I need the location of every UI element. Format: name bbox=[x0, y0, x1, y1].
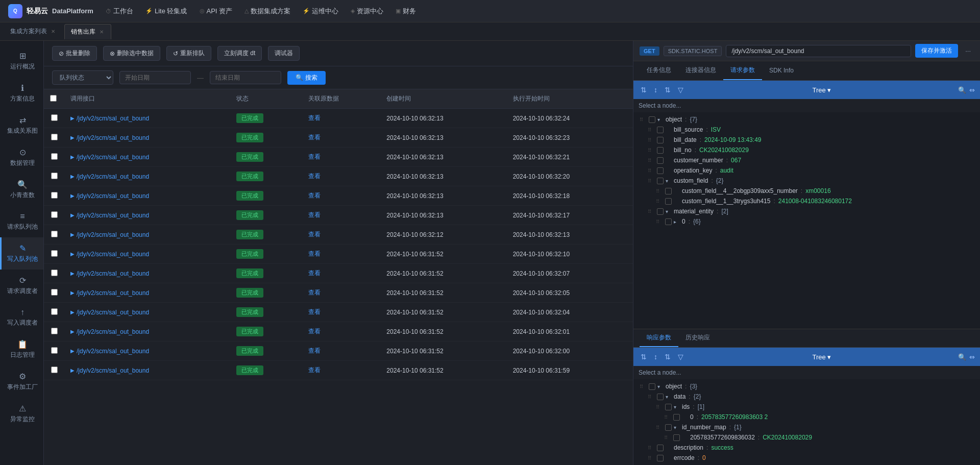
tree-chevron-icon[interactable]: ▾ bbox=[674, 404, 680, 410]
cell-related[interactable]: 查看 bbox=[302, 148, 380, 167]
tree-chevron-icon[interactable]: ▾ bbox=[657, 384, 664, 389]
queue-status-select[interactable]: 队列状态 bbox=[52, 70, 113, 85]
view-link-12[interactable]: 查看 bbox=[308, 347, 321, 354]
tree-node-checkbox[interactable] bbox=[657, 455, 664, 461]
row-checkbox-0[interactable] bbox=[51, 114, 58, 121]
tree-node-checkbox[interactable] bbox=[665, 188, 672, 194]
cell-related[interactable]: 查看 bbox=[302, 225, 380, 244]
tree-node-checkbox[interactable] bbox=[665, 218, 672, 225]
nav-item-lite[interactable]: ⚡ Lite 轻集成 bbox=[145, 7, 187, 16]
tree-node[interactable]: ⠿bill_date : 2024-10-09 13:43:49 bbox=[633, 135, 980, 145]
tab-close-sales[interactable]: ✕ bbox=[99, 29, 105, 35]
tree-node-checkbox[interactable] bbox=[657, 147, 664, 154]
sidebar-item-overview[interactable]: ⊞ 运行概况 bbox=[0, 45, 43, 77]
api-link-8[interactable]: ▶ /jdy/v2/scm/sal_out_bound bbox=[70, 270, 224, 277]
view-link-11[interactable]: 查看 bbox=[308, 328, 321, 335]
api-link-0[interactable]: ▶ /jdy/v2/scm/sal_out_bound bbox=[70, 115, 224, 122]
cell-related[interactable]: 查看 bbox=[302, 206, 380, 225]
end-date-input[interactable] bbox=[210, 71, 281, 84]
row-checkbox-2[interactable] bbox=[51, 153, 58, 160]
api-link-1[interactable]: ▶ /jdy/v2/scm/sal_out_bound bbox=[70, 134, 224, 141]
re-queue-button[interactable]: ↺ 重新排队 bbox=[166, 46, 211, 61]
view-link-3[interactable]: 查看 bbox=[308, 173, 321, 180]
nav-item-api[interactable]: ◎ API 资产 bbox=[200, 7, 233, 16]
cell-related[interactable]: 查看 bbox=[302, 128, 380, 148]
more-button[interactable]: ··· bbox=[962, 45, 974, 57]
tree-node[interactable]: ⠿▾object : {3} bbox=[633, 381, 980, 391]
tree-node-checkbox[interactable] bbox=[673, 434, 680, 441]
tree-node-checkbox[interactable] bbox=[665, 404, 672, 410]
sidebar-item-query[interactable]: 🔍 小青查数 bbox=[0, 174, 43, 206]
tree-node[interactable]: ⠿bill_no : CK202410082029 bbox=[633, 145, 980, 155]
row-checkbox-7[interactable] bbox=[51, 250, 58, 257]
tree-chevron-icon[interactable]: ▾ bbox=[657, 117, 664, 123]
cell-related[interactable]: 查看 bbox=[302, 109, 380, 128]
view-link-5[interactable]: 查看 bbox=[308, 211, 321, 218]
cell-checkbox[interactable] bbox=[44, 303, 64, 322]
tab-integration-list[interactable]: 集成方案列表 ✕ bbox=[4, 24, 62, 39]
cell-checkbox[interactable] bbox=[44, 206, 64, 225]
tree-node[interactable]: ⠿customer_number : 067 bbox=[633, 155, 980, 165]
cell-checkbox[interactable] bbox=[44, 225, 64, 244]
tree-node-checkbox[interactable] bbox=[657, 208, 664, 215]
resp-sort-icon[interactable]: ⇅ bbox=[663, 352, 673, 362]
cell-checkbox[interactable] bbox=[44, 283, 64, 303]
cell-related[interactable]: 查看 bbox=[302, 322, 380, 341]
cell-checkbox[interactable] bbox=[44, 244, 64, 264]
row-checkbox-11[interactable] bbox=[51, 328, 58, 334]
debug-button[interactable]: 调试器 bbox=[268, 46, 300, 61]
api-link-9[interactable]: ▶ /jdy/v2/scm/sal_out_bound bbox=[70, 289, 224, 297]
tab-sales-outbound[interactable]: 销售出库 ✕ bbox=[64, 24, 111, 39]
sidebar-item-exception-monitor[interactable]: ⚠ 异常监控 bbox=[0, 398, 43, 430]
tree-node[interactable]: ⠿bill_source : ISV bbox=[633, 125, 980, 135]
tree-node[interactable]: ⠿▾material_entity : [2] bbox=[633, 206, 980, 216]
tree-filter-icon[interactable]: ▽ bbox=[676, 85, 685, 95]
resp-tree-label[interactable]: Tree ▾ bbox=[689, 353, 955, 361]
tree-node[interactable]: ⠿0 : 205783577260983603 2 bbox=[633, 412, 980, 422]
path-input[interactable] bbox=[726, 45, 911, 57]
tree-node-checkbox[interactable] bbox=[657, 167, 664, 174]
tree-collapse-icon[interactable]: ↕ bbox=[652, 85, 659, 95]
nav-item-resources[interactable]: ◈ 资源中心 bbox=[351, 7, 383, 16]
api-link-7[interactable]: ▶ /jdy/v2/scm/sal_out_bound bbox=[70, 251, 224, 258]
tree-chevron-icon[interactable]: ▾ bbox=[666, 209, 672, 214]
cell-checkbox[interactable] bbox=[44, 264, 64, 283]
cell-related[interactable]: 查看 bbox=[302, 264, 380, 283]
view-link-7[interactable]: 查看 bbox=[308, 250, 321, 257]
view-link-1[interactable]: 查看 bbox=[308, 134, 321, 141]
api-link-12[interactable]: ▶ /jdy/v2/scm/sal_out_bound bbox=[70, 348, 224, 355]
tree-node-checkbox[interactable] bbox=[657, 127, 664, 133]
tree-chevron-icon[interactable]: ▾ bbox=[666, 178, 672, 184]
api-link-3[interactable]: ▶ /jdy/v2/scm/sal_out_bound bbox=[70, 173, 224, 180]
panel-tab-request-params[interactable]: 请求参数 bbox=[723, 61, 762, 80]
cell-checkbox[interactable] bbox=[44, 109, 64, 128]
cell-related[interactable]: 查看 bbox=[302, 283, 380, 303]
view-link-4[interactable]: 查看 bbox=[308, 192, 321, 199]
delete-selected-button[interactable]: ⊗ 删除选中数据 bbox=[103, 46, 160, 61]
sidebar-item-data-mgmt[interactable]: ⊙ 数据管理 bbox=[0, 141, 43, 174]
nav-item-workbench[interactable]: ⏱ 工作台 bbox=[106, 7, 133, 16]
view-link-2[interactable]: 查看 bbox=[308, 153, 321, 160]
api-link-13[interactable]: ▶ /jdy/v2/scm/sal_out_bound bbox=[70, 367, 224, 374]
cell-related[interactable]: 查看 bbox=[302, 341, 380, 361]
tree-node-checkbox[interactable] bbox=[649, 383, 655, 390]
search-button[interactable]: 🔍 搜索 bbox=[287, 71, 326, 85]
api-link-10[interactable]: ▶ /jdy/v2/scm/sal_out_bound bbox=[70, 309, 224, 316]
sidebar-item-plan-info[interactable]: ℹ 方案信息 bbox=[0, 77, 43, 109]
resp-filter-icon[interactable]: ▽ bbox=[676, 352, 685, 362]
sidebar-item-request-scheduler[interactable]: ⟳ 请求调度者 bbox=[0, 270, 43, 302]
row-checkbox-1[interactable] bbox=[51, 134, 58, 140]
tree-node-checkbox[interactable] bbox=[657, 445, 664, 451]
tree-node[interactable]: ⠿custom_field__1__3trygs3uh415 : 241008-… bbox=[633, 196, 980, 206]
sidebar-item-event-factory[interactable]: ⚙ 事件加工厂 bbox=[0, 365, 43, 398]
tree-node[interactable]: ⠿custom_field__4__2obgp309axx5_number : … bbox=[633, 186, 980, 196]
resp-expand-collapse-icon[interactable]: ⇔ bbox=[969, 353, 975, 361]
tree-node[interactable]: ⠿description : success bbox=[633, 443, 980, 453]
tree-chevron-icon[interactable]: ▾ bbox=[666, 394, 672, 400]
cell-related[interactable]: 查看 bbox=[302, 361, 380, 380]
tree-node[interactable]: ⠿▾custom_field : {2} bbox=[633, 176, 980, 186]
tree-node[interactable]: ⠿errcode : 0 bbox=[633, 453, 980, 463]
batch-delete-button[interactable]: ⊘ 批量删除 bbox=[52, 46, 97, 61]
panel-tab-task-info[interactable]: 任务信息 bbox=[640, 61, 678, 80]
tree-expand-collapse-icon[interactable]: ⇔ bbox=[969, 86, 975, 94]
